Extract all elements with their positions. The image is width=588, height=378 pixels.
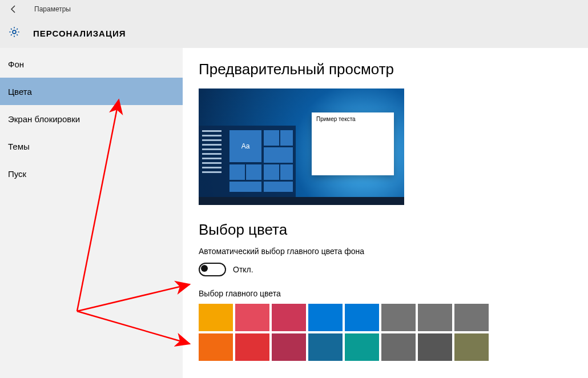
- preview-heading: Предварительный просмотр: [199, 61, 588, 78]
- accent-swatch-grid: [199, 304, 588, 361]
- titlebar: Параметры: [0, 0, 588, 18]
- choose-color-heading: Выбор цвета: [199, 221, 588, 239]
- sidebar-item-4[interactable]: Пуск: [0, 160, 183, 187]
- auto-color-toggle[interactable]: [199, 263, 226, 276]
- auto-color-label: Автоматический выбор главного цвета фона: [199, 247, 588, 256]
- color-swatch[interactable]: [272, 333, 306, 361]
- content-area: Предварительный просмотр Aa Пример текст: [183, 48, 588, 378]
- category-header: ПЕРСОНАЛИЗАЦИЯ: [0, 18, 588, 48]
- color-swatch[interactable]: [345, 333, 379, 361]
- sidebar-item-1[interactable]: Цвета: [0, 78, 183, 105]
- sidebar-item-2[interactable]: Экран блокировки: [0, 105, 183, 132]
- swatch-row-1: [199, 333, 588, 361]
- sidebar-item-label: Пуск: [8, 169, 26, 179]
- color-swatch[interactable]: [235, 333, 269, 361]
- preview-taskbar: [199, 197, 404, 205]
- color-swatch[interactable]: [308, 304, 343, 331]
- color-swatch[interactable]: [308, 333, 343, 361]
- color-swatch[interactable]: [199, 304, 233, 331]
- toggle-state-label: Откл.: [233, 265, 253, 274]
- color-swatch[interactable]: [199, 333, 233, 361]
- preview-window-text: Пример текста: [312, 112, 394, 126]
- back-button[interactable]: [5, 0, 23, 18]
- svg-point-0: [13, 30, 16, 34]
- sidebar-item-label: Фон: [8, 59, 24, 69]
- swatch-row-0: [199, 304, 588, 331]
- toggle-knob: [201, 265, 208, 272]
- color-swatch[interactable]: [454, 304, 489, 331]
- sidebar-item-3[interactable]: Темы: [0, 132, 183, 160]
- color-swatch[interactable]: [235, 304, 269, 331]
- preview-tile-large: Aa: [229, 130, 261, 162]
- color-swatch[interactable]: [345, 304, 379, 331]
- back-arrow-icon: [9, 5, 18, 14]
- color-swatch[interactable]: [381, 304, 416, 331]
- category-title: ПЕРСОНАЛИЗАЦИЯ: [33, 29, 126, 38]
- window-title: Параметры: [34, 5, 71, 13]
- sidebar: ФонЦветаЭкран блокировкиТемыПуск: [0, 48, 183, 378]
- sidebar-item-0[interactable]: Фон: [0, 50, 183, 78]
- preview-sample-window: Пример текста: [312, 112, 394, 175]
- accent-color-label: Выбор главного цвета: [199, 289, 588, 298]
- color-swatch[interactable]: [418, 304, 452, 331]
- sidebar-item-label: Темы: [8, 142, 30, 151]
- sidebar-item-label: Цвета: [8, 87, 32, 96]
- color-swatch[interactable]: [381, 333, 416, 361]
- preview-start-menu: Aa: [199, 126, 296, 197]
- gear-icon: [8, 26, 21, 41]
- preview-thumbnail: Aa Пример текста: [199, 89, 404, 205]
- color-swatch[interactable]: [454, 333, 489, 361]
- color-swatch[interactable]: [418, 333, 452, 361]
- color-swatch[interactable]: [272, 304, 306, 331]
- preview-start-list: [202, 130, 221, 192]
- sidebar-item-label: Экран блокировки: [8, 114, 80, 124]
